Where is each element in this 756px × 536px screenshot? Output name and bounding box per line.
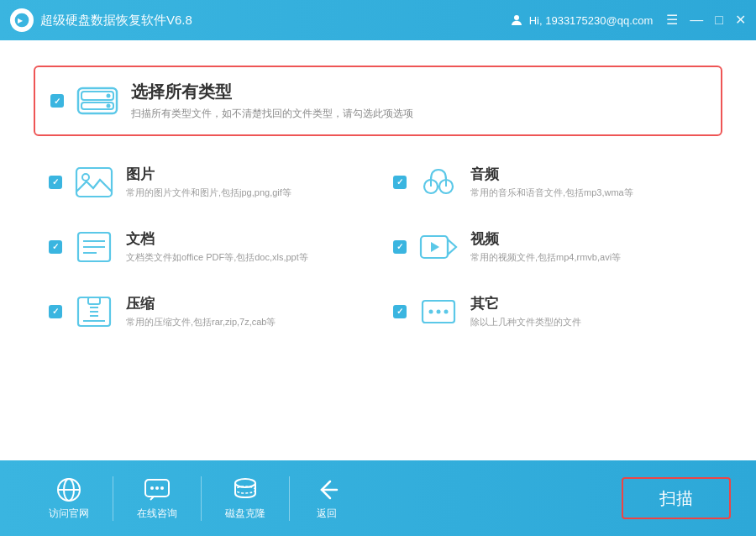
- document-checkbox[interactable]: [49, 240, 62, 254]
- audio-title: 音频: [470, 165, 633, 184]
- select-all-checkbox[interactable]: [50, 94, 64, 108]
- svg-point-36: [160, 486, 164, 490]
- image-title: 图片: [126, 165, 291, 184]
- compress-icon: [75, 296, 113, 328]
- svg-point-29: [444, 309, 449, 313]
- video-text: 视频 常用的视频文件,包括mp4,rmvb,avi等: [470, 229, 621, 264]
- audio-checkbox[interactable]: [393, 176, 407, 189]
- title-left: ▶ 超级硬盘数据恢复软件V6.8: [10, 8, 192, 32]
- document-desc: 文档类文件如office PDF等,包括doc,xls,ppt等: [126, 251, 308, 264]
- document-text: 文档 文档类文件如office PDF等,包括doc,xls,ppt等: [126, 229, 308, 264]
- image-text: 图片 常用的图片文件和图片,包括jpg,png,gif等: [126, 165, 291, 199]
- svg-rect-22: [88, 297, 100, 304]
- audio-text: 音频 常用的音乐和语音文件,包括mp3,wma等: [470, 165, 633, 199]
- video-title: 视频: [470, 229, 621, 249]
- minimize-button[interactable]: —: [690, 13, 703, 27]
- hdd-icon: [76, 85, 118, 117]
- file-type-document[interactable]: 文档 文档类文件如office PDF等,包括doc,xls,ppt等: [34, 218, 378, 276]
- compress-icon-wrapper: [74, 295, 114, 328]
- document-icon: [75, 231, 113, 263]
- svg-point-34: [150, 486, 154, 490]
- user-label: Hi, 1933175230@qq.com: [529, 14, 654, 27]
- nav-consult[interactable]: 在线咨询: [113, 476, 202, 521]
- back-label: 返回: [317, 507, 337, 521]
- select-all-text: 选择所有类型 扫描所有类型文件，如不清楚找回的文件类型，请勾选此项选项: [131, 81, 413, 121]
- back-icon: [313, 476, 340, 503]
- svg-point-7: [107, 104, 111, 108]
- clone-label: 磁盘克隆: [225, 507, 265, 521]
- nav-back[interactable]: 返回: [290, 476, 364, 521]
- menu-button[interactable]: ☰: [666, 13, 678, 27]
- other-text: 其它 除以上几种文件类型的文件: [470, 294, 581, 328]
- main-content: 选择所有类型 扫描所有类型文件，如不清楚找回的文件类型，请勾选此项选项 图片 常…: [0, 40, 756, 460]
- maximize-button[interactable]: □: [715, 13, 723, 27]
- svg-point-27: [429, 309, 433, 313]
- svg-marker-19: [448, 239, 456, 255]
- close-button[interactable]: ✕: [735, 13, 746, 27]
- compress-text: 压缩 常用的压缩文件,包括rar,zip,7z,cab等: [126, 294, 276, 328]
- svg-point-28: [437, 309, 441, 313]
- compress-checkbox[interactable]: [49, 305, 62, 318]
- nav-clone[interactable]: 磁盘克隆: [202, 476, 290, 521]
- file-type-compress[interactable]: 压缩 常用的压缩文件,包括rar,zip,7z,cab等: [34, 282, 378, 340]
- website-label: 访问官网: [49, 507, 89, 521]
- title-bar: ▶ 超级硬盘数据恢复软件V6.8 Hi, 1933175230@qq.com ☰…: [0, 0, 756, 40]
- svg-point-2: [514, 15, 519, 20]
- user-icon: [509, 13, 524, 28]
- select-all-row[interactable]: 选择所有类型 扫描所有类型文件，如不清楚找回的文件类型，请勾选此项选项: [34, 66, 722, 136]
- audio-icon: [419, 166, 458, 198]
- svg-point-37: [235, 479, 255, 487]
- file-type-other[interactable]: 其它 除以上几种文件类型的文件: [378, 282, 722, 340]
- svg-rect-8: [76, 168, 112, 197]
- other-icon-wrapper: [418, 295, 459, 328]
- svg-text:▶: ▶: [18, 16, 24, 24]
- video-icon: [419, 231, 458, 263]
- select-all-title: 选择所有类型: [131, 81, 413, 103]
- compress-desc: 常用的压缩文件,包括rar,zip,7z,cab等: [126, 316, 276, 328]
- app-logo: ▶: [10, 8, 34, 32]
- window-controls: ☰ — □ ✕: [666, 13, 746, 27]
- video-checkbox[interactable]: [393, 240, 407, 254]
- audio-desc: 常用的音乐和语音文件,包括mp3,wma等: [470, 187, 633, 199]
- document-title: 文档: [126, 229, 308, 249]
- nav-website[interactable]: 访问官网: [25, 476, 113, 521]
- video-desc: 常用的视频文件,包括mp4,rmvb,avi等: [470, 251, 621, 264]
- file-types-grid: 选择所有类型 扫描所有类型文件，如不清楚找回的文件类型，请勾选此项选项 图片 常…: [34, 66, 722, 347]
- audio-icon-wrapper: [418, 166, 459, 199]
- file-type-audio[interactable]: 音频 常用的音乐和语音文件,包括mp3,wma等: [378, 153, 722, 211]
- title-right: Hi, 1933175230@qq.com ☰ — □ ✕: [509, 13, 746, 28]
- svg-point-6: [107, 94, 111, 98]
- file-type-video[interactable]: 视频 常用的视频文件,包括mp4,rmvb,avi等: [378, 218, 722, 276]
- svg-marker-20: [431, 242, 439, 252]
- select-all-icon-wrapper: [76, 84, 119, 118]
- file-type-image[interactable]: 图片 常用的图片文件和图片,包括jpg,png,gif等: [34, 153, 378, 211]
- bottom-nav: 访问官网 在线咨询 磁盘克隆 返回: [25, 476, 364, 521]
- other-icon: [419, 296, 458, 328]
- other-desc: 除以上几种文件类型的文件: [470, 316, 581, 328]
- image-icon-wrapper: [74, 166, 114, 199]
- image-checkbox[interactable]: [49, 176, 62, 189]
- bottom-bar: 访问官网 在线咨询 磁盘克隆 返回: [0, 460, 756, 536]
- other-title: 其它: [470, 294, 581, 313]
- user-info: Hi, 1933175230@qq.com: [509, 13, 654, 28]
- document-icon-wrapper: [74, 230, 114, 264]
- clone-icon: [232, 476, 259, 503]
- consult-label: 在线咨询: [137, 507, 177, 521]
- select-all-desc: 扫描所有类型文件，如不清楚找回的文件类型，请勾选此项选项: [131, 107, 413, 121]
- consult-icon: [144, 476, 171, 503]
- scan-button[interactable]: 扫描: [622, 477, 731, 519]
- image-desc: 常用的图片文件和图片,包括jpg,png,gif等: [126, 187, 291, 199]
- image-icon: [75, 166, 113, 198]
- svg-point-35: [155, 486, 159, 490]
- svg-point-9: [82, 174, 89, 181]
- website-icon: [55, 476, 82, 503]
- video-icon-wrapper: [418, 230, 459, 264]
- app-title: 超级硬盘数据恢复软件V6.8: [40, 13, 192, 29]
- compress-title: 压缩: [126, 294, 276, 313]
- other-checkbox[interactable]: [393, 305, 407, 318]
